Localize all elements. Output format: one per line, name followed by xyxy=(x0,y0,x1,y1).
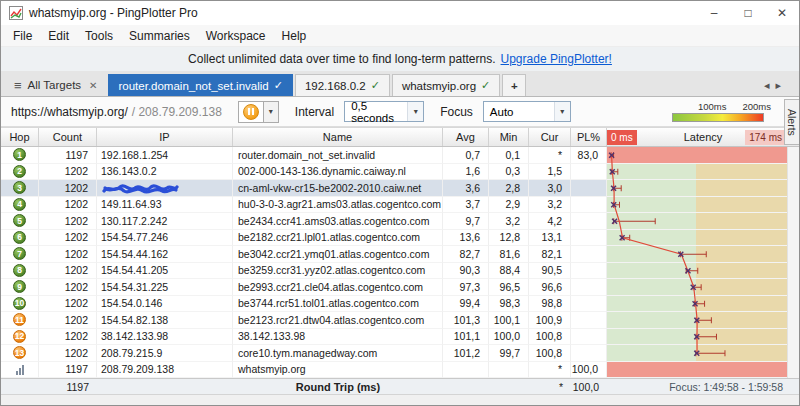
round-trip-pl: 100,0 xyxy=(571,379,607,395)
latency-cell xyxy=(607,197,799,214)
min-cell: 100,0 xyxy=(489,329,529,346)
tab-whatsmyip.org[interactable]: whatsmyip.org✓ xyxy=(392,74,500,96)
col-name[interactable]: Name xyxy=(233,128,443,146)
graph-icon xyxy=(16,364,24,375)
hop-row-5[interactable]: 51202130.117.2.242be2434.ccr41.ams03.atl… xyxy=(1,213,799,230)
latency-scale-max: 174 ms xyxy=(745,130,786,145)
avg-cell xyxy=(443,362,489,379)
maximize-button[interactable]: □ xyxy=(731,1,765,25)
col-count[interactable]: Count xyxy=(39,128,97,146)
hop-row-6[interactable]: 61202154.54.77.246be2182.ccr21.lpl01.atl… xyxy=(1,230,799,247)
tab-scroll-left-icon[interactable]: ◂ xyxy=(764,79,770,92)
count-cell: 1202 xyxy=(39,180,97,197)
pl-cell xyxy=(571,296,607,313)
tab-192.168.0.2[interactable]: 192.168.0.2✓ xyxy=(295,74,390,96)
name-cell: cn-aml-vkw-cr15-be2002-2010.caiw.net xyxy=(233,180,443,197)
cur-cell: 3,2 xyxy=(529,197,571,214)
cur-cell: 100,8 xyxy=(529,329,571,346)
cur-cell: 96,6 xyxy=(529,279,571,296)
name-cell: whatsmyip.org xyxy=(233,362,443,379)
summary-menu-icon: ≡ xyxy=(14,78,22,93)
pause-button[interactable] xyxy=(238,101,264,123)
hop-row-3[interactable]: 31202cn-aml-vkw-cr15-be2002-2010.caiw.ne… xyxy=(1,180,799,197)
upgrade-link[interactable]: Upgrade PingPlotter! xyxy=(501,52,612,66)
horizontal-scrollbar[interactable] xyxy=(1,394,799,406)
upgrade-banner: Collect unlimited data over time to find… xyxy=(1,47,799,71)
focus-label: Focus xyxy=(440,105,473,119)
round-trip-label: Round Trip (ms) xyxy=(233,379,443,395)
menu-workspace[interactable]: Workspace xyxy=(198,25,274,46)
pause-dropdown-button[interactable]: ▾ xyxy=(264,101,279,123)
hop-row-12[interactable]: 12120238.142.133.9838.142.133.98101,1100… xyxy=(1,329,799,346)
hop-row-11[interactable]: 111202154.54.82.138be2123.rcr21.dtw04.at… xyxy=(1,312,799,329)
round-trip-cur: * xyxy=(529,379,571,395)
interval-select[interactable]: 0,5 seconds ▾ xyxy=(344,101,424,122)
hop-number-badge: 12 xyxy=(13,330,26,343)
menu-help[interactable]: Help xyxy=(274,25,315,46)
focus-value: Auto xyxy=(490,106,548,118)
count-cell: 1197 xyxy=(39,147,97,164)
cur-cell: 90,5 xyxy=(529,263,571,280)
latency-cell xyxy=(607,263,799,280)
ip-cell: 38.142.133.98 xyxy=(97,329,233,346)
menu-bar: FileEditToolsSummariesWorkspaceHelp xyxy=(1,25,799,47)
pl-cell xyxy=(571,312,607,329)
hop-number-badge: 5 xyxy=(13,214,26,227)
cur-cell: * xyxy=(529,362,571,379)
cur-cell: 100,8 xyxy=(529,345,571,362)
focus-select[interactable]: Auto ▾ xyxy=(483,101,571,122)
col-pl[interactable]: PL% xyxy=(571,128,607,146)
tab-scroll-right-icon[interactable]: ▸ xyxy=(775,79,781,92)
menu-file[interactable]: File xyxy=(5,25,40,46)
interval-value: 0,5 seconds xyxy=(351,100,401,124)
tab-router.domain_not_set.invalid[interactable]: router.domain_not_set.invalid✓ xyxy=(108,74,292,96)
alerts-side-tab[interactable]: Alerts xyxy=(784,99,799,145)
table-header: Hop Count IP Name Avg Min Cur PL% 0 ms L… xyxy=(1,127,799,147)
hop-row-target[interactable]: 1197208.79.209.138whatsmyip.org*100,0 xyxy=(1,362,799,379)
hop-row-10[interactable]: 101202154.54.0.146be3744.rcr51.tol01.atl… xyxy=(1,296,799,313)
menu-tools[interactable]: Tools xyxy=(77,25,121,46)
hop-row-1[interactable]: 11197192.168.1.254router.domain_not_set.… xyxy=(1,147,799,164)
menu-summaries[interactable]: Summaries xyxy=(121,25,198,46)
close-icon[interactable]: ✕ xyxy=(89,80,97,91)
title-bar: whatsmyip.org - PingPlotter Pro – □ ✕ xyxy=(1,1,799,25)
round-trip-row[interactable]: 1197 Round Trip (ms) * 100,0 Focus: 1:49… xyxy=(1,378,799,394)
tab-all-targets[interactable]: ≡ All Targets ✕ xyxy=(5,74,106,96)
ip-text: 154.54.31.225 xyxy=(101,281,168,293)
hop-row-8[interactable]: 81202154.54.41.205be3259.ccr31.yyz02.atl… xyxy=(1,263,799,280)
cur-cell: 3,0 xyxy=(529,180,571,197)
hop-row-9[interactable]: 91202154.54.31.225be2993.ccr21.cle04.atl… xyxy=(1,279,799,296)
latency-cell xyxy=(607,345,799,362)
latency-gradient-bar xyxy=(672,113,764,122)
hop-row-7[interactable]: 71202154.54.44.162be3042.ccr21.ymq01.atl… xyxy=(1,246,799,263)
min-cell: 96,5 xyxy=(489,279,529,296)
col-hop[interactable]: Hop xyxy=(1,128,39,146)
check-icon: ✓ xyxy=(371,79,380,92)
col-avg[interactable]: Avg xyxy=(443,128,489,146)
new-target-button[interactable]: + xyxy=(502,74,526,96)
ip-text: 192.168.1.254 xyxy=(101,149,168,161)
menu-edit[interactable]: Edit xyxy=(40,25,77,46)
hop-row-2[interactable]: 21202136.143.0.2002-000-143-136.dynamic.… xyxy=(1,164,799,181)
col-latency[interactable]: 0 ms Latency 174 ms xyxy=(607,128,799,146)
vertical-scrollbar[interactable] xyxy=(787,147,799,378)
col-min[interactable]: Min xyxy=(489,128,529,146)
hop-rows: 11197192.168.1.254router.domain_not_set.… xyxy=(1,147,799,378)
min-cell: 2,8 xyxy=(489,180,529,197)
ip-text: 149.11.64.93 xyxy=(101,198,162,210)
ip-cell: 136.143.0.2 xyxy=(97,164,233,181)
ip-text: 154.54.44.162 xyxy=(101,248,168,260)
col-cur[interactable]: Cur xyxy=(529,128,571,146)
hop-row-13[interactable]: 131202208.79.215.9core10.tym.managedway.… xyxy=(1,345,799,362)
avg-cell: 1,6 xyxy=(443,164,489,181)
pl-cell xyxy=(571,164,607,181)
hop-row-4[interactable]: 41202149.11.64.93hu0-3-0-3.agr21.ams03.a… xyxy=(1,197,799,214)
latency-cell xyxy=(607,147,799,164)
col-ip[interactable]: IP xyxy=(97,128,233,146)
minimize-button[interactable]: – xyxy=(697,1,731,25)
hop-number-badge: 11 xyxy=(13,313,26,326)
avg-cell: 101,3 xyxy=(443,312,489,329)
min-cell: 0,1 xyxy=(489,147,529,164)
close-button[interactable]: ✕ xyxy=(765,1,799,25)
window-controls: – □ ✕ xyxy=(697,1,799,25)
